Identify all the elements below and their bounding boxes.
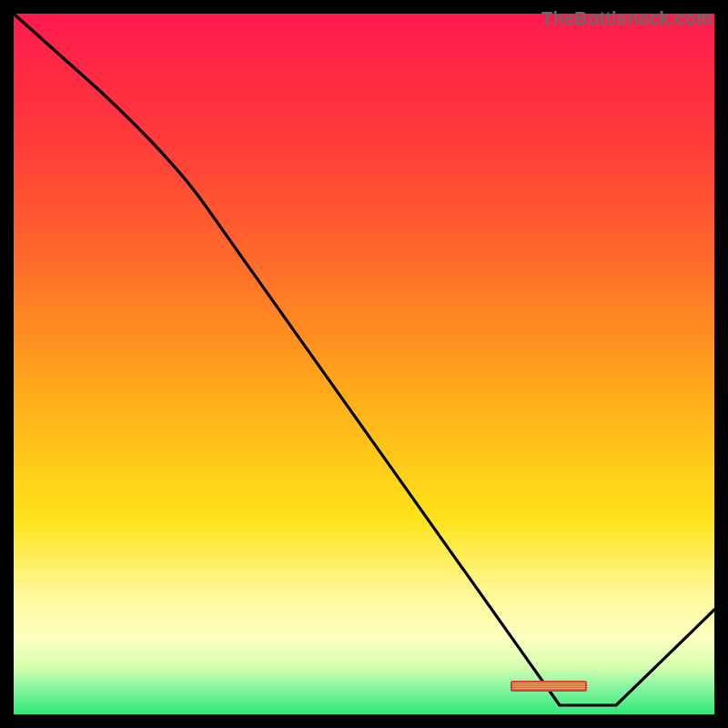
chart-frame: TheBottleneck.com	[14, 14, 714, 714]
line-chart	[14, 14, 714, 714]
attribution-label: TheBottleneck.com	[541, 8, 713, 29]
data-line	[14, 14, 714, 705]
minimum-marker	[511, 681, 587, 692]
